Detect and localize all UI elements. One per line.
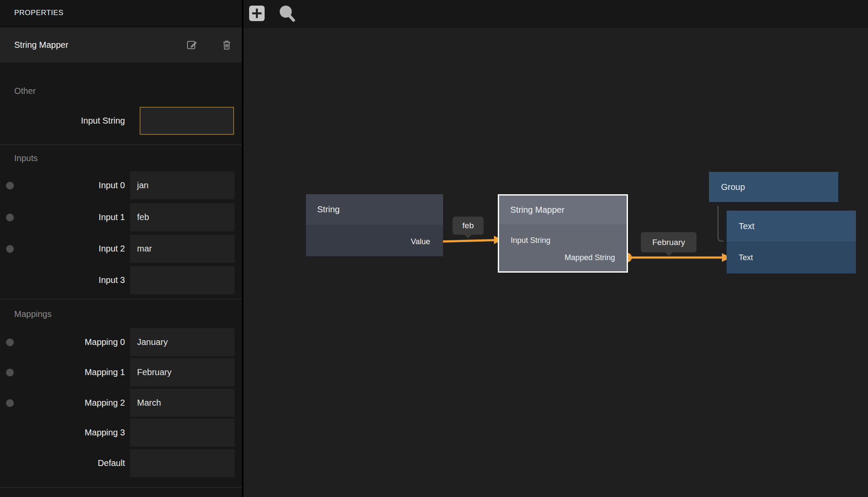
node-string[interactable]: String Value (306, 194, 443, 256)
node-string-mapper[interactable]: String Mapper Input String Mapped String (498, 194, 628, 273)
selected-node-row: String Mapper (0, 28, 242, 62)
port-row-input-string: Input String (499, 232, 627, 249)
node-title: Text (739, 221, 755, 231)
section-divider (0, 144, 242, 145)
field-label: Default (0, 449, 125, 477)
node-title: String (317, 205, 340, 214)
field-label: Mapping 0 (0, 328, 125, 356)
field-label: Input 2 (0, 235, 125, 263)
field-row-input-2: Input 2 mar (0, 235, 242, 263)
field-label: Mapping 1 (0, 358, 125, 386)
input-string-field[interactable] (140, 107, 234, 135)
input-1-field[interactable]: feb (130, 203, 234, 231)
delete-node-button[interactable] (221, 39, 233, 51)
mapping-1-field[interactable]: February (130, 358, 234, 386)
node-string-header: String (306, 194, 443, 225)
port-row-value: Value (306, 233, 443, 250)
node-string-mapper-header: String Mapper (499, 196, 627, 224)
section-divider (0, 298, 242, 299)
input-3-field[interactable] (130, 266, 234, 294)
input-2-field[interactable]: mar (130, 235, 234, 263)
field-row-mapping-1: Mapping 1 February (0, 358, 242, 386)
section-header-inputs: Inputs (14, 153, 37, 163)
port-label: Mapped String (565, 253, 615, 262)
field-label: Input 1 (0, 203, 125, 231)
mapping-3-field[interactable] (130, 419, 234, 447)
field-label: Input String (0, 107, 125, 135)
field-row-input-1: Input 1 feb (0, 203, 242, 231)
field-row-mapping-3: Mapping 3 (0, 419, 242, 447)
port-label: Value (411, 237, 430, 246)
field-label: Input 0 (0, 171, 125, 199)
group-child-connector (718, 206, 724, 241)
field-row-mapping-2: Mapping 2 March (0, 389, 242, 417)
node-editor-canvas[interactable]: String Value String Mapper Input String … (244, 0, 868, 497)
field-row-mapping-0: Mapping 0 January (0, 328, 242, 356)
default-field[interactable] (130, 449, 234, 477)
node-title: String Mapper (510, 205, 565, 215)
properties-panel: PROPERTIES String Mapper Other Input Str… (0, 0, 244, 497)
plus-icon (249, 6, 265, 21)
trash-icon (221, 39, 233, 51)
section-divider (0, 487, 242, 488)
properties-title: PROPERTIES (14, 9, 63, 17)
wire-february[interactable] (622, 253, 731, 262)
properties-panel-header: PROPERTIES (0, 0, 242, 27)
canvas-toolbar (244, 0, 868, 28)
field-label: Input 3 (0, 266, 125, 294)
field-row-input-0: Input 0 jan (0, 171, 242, 199)
node-group[interactable]: Group (709, 172, 838, 202)
node-text-header: Text (727, 211, 856, 242)
mapping-0-field[interactable]: January (130, 328, 234, 356)
field-label: Mapping 2 (0, 389, 125, 417)
section-header-other: Other (14, 86, 36, 96)
node-title: Group (721, 182, 745, 192)
port-row-mapped-string: Mapped String (499, 249, 627, 266)
node-text[interactable]: Text Text (727, 211, 856, 273)
selected-node-title: String Mapper (14, 40, 69, 50)
mapping-2-field[interactable]: March (130, 389, 234, 417)
magnifier-icon (277, 3, 295, 22)
rename-node-button[interactable] (186, 39, 198, 51)
section-header-mappings: Mappings (14, 309, 52, 319)
port-label: Input String (511, 236, 550, 245)
field-row-input-3: Input 3 (0, 266, 242, 294)
field-label: Mapping 3 (0, 419, 125, 447)
input-0-field[interactable]: jan (130, 171, 234, 199)
field-row-input-string: Input String (0, 107, 242, 135)
port-label: Text (739, 253, 753, 262)
wire-value-tooltip: feb (453, 217, 484, 235)
wire-value-tooltip: February (641, 232, 696, 252)
zoom-search-button[interactable] (277, 3, 295, 22)
field-row-default: Default (0, 449, 242, 477)
port-row-text: Text (727, 249, 856, 266)
add-node-button[interactable] (249, 6, 265, 21)
edit-pencil-icon (186, 39, 198, 51)
